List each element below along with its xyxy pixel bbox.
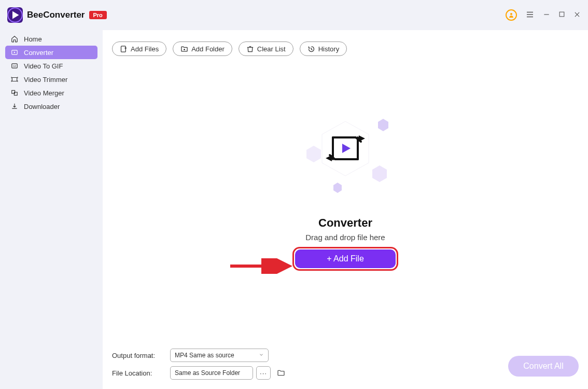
svg-rect-2 xyxy=(559,12,564,17)
app-title: BeeConverter xyxy=(27,10,85,20)
browse-button[interactable]: ··· xyxy=(256,366,271,380)
open-folder-button[interactable] xyxy=(276,368,286,378)
svg-point-1 xyxy=(510,13,512,15)
close-icon[interactable] xyxy=(573,11,581,20)
add-file-button[interactable]: + Add File xyxy=(295,249,396,268)
sidebar-item-video-to-gif[interactable]: GIF Video To GIF xyxy=(5,59,97,73)
main-panel: Add Files Add Folder Clear List History xyxy=(103,30,588,389)
title-bar: BeeConverter Pro xyxy=(0,0,588,30)
convert-all-button[interactable]: Convert All xyxy=(508,356,579,377)
svg-marker-13 xyxy=(378,119,388,131)
app-logo xyxy=(7,7,23,23)
sidebar-item-label: Video To GIF xyxy=(24,62,63,70)
file-location-path: Same as Source Folder xyxy=(170,366,253,380)
svg-rect-6 xyxy=(12,78,17,81)
output-format-value: MP4 Same as source xyxy=(175,352,234,359)
drop-zone-subtext: Drag and drop file here xyxy=(305,233,385,242)
svg-marker-12 xyxy=(333,183,342,193)
sidebar-item-video-trimmer[interactable]: Video Trimmer xyxy=(5,73,97,86)
converter-hero-graphic xyxy=(273,114,418,202)
sidebar-item-label: Home xyxy=(24,35,42,43)
sidebar-item-label: Converter xyxy=(24,49,53,57)
file-location-label: File Location: xyxy=(112,369,162,377)
output-format-label: Output format: xyxy=(112,352,162,359)
downloader-icon xyxy=(10,103,19,110)
sidebar-item-converter[interactable]: Converter xyxy=(5,46,97,59)
svg-text:GIF: GIF xyxy=(13,65,17,67)
sidebar-item-label: Downloader xyxy=(24,103,60,110)
sidebar-item-video-merger[interactable]: Video Merger xyxy=(5,86,97,100)
footer-bar: Output format: MP4 Same as source File L… xyxy=(103,349,588,389)
pro-badge: Pro xyxy=(89,11,107,19)
chevron-down-icon xyxy=(259,352,264,359)
sidebar: Home Converter GIF Video To GIF Video Tr… xyxy=(0,30,103,389)
file-location-value: Same as Source Folder xyxy=(175,369,240,377)
sidebar-item-label: Video Merger xyxy=(24,89,64,97)
menu-icon[interactable] xyxy=(525,10,535,21)
maximize-icon[interactable] xyxy=(558,11,565,19)
trimmer-icon xyxy=(10,76,19,83)
add-file-highlight: + Add File xyxy=(292,247,398,271)
converter-icon xyxy=(10,49,19,56)
minimize-icon[interactable] xyxy=(543,11,550,20)
sidebar-item-label: Video Trimmer xyxy=(24,76,67,84)
output-format-select[interactable]: MP4 Same as source xyxy=(170,349,269,362)
svg-marker-11 xyxy=(372,165,387,182)
home-icon xyxy=(10,35,19,43)
sidebar-item-downloader[interactable]: Downloader xyxy=(5,100,97,113)
svg-marker-10 xyxy=(306,146,321,162)
gif-icon: GIF xyxy=(10,62,19,70)
merger-icon xyxy=(10,89,19,96)
drop-zone[interactable]: Converter Drag and drop file here + Add … xyxy=(103,46,588,338)
drop-zone-heading: Converter xyxy=(318,216,372,230)
sidebar-item-home[interactable]: Home xyxy=(5,32,97,46)
user-icon[interactable] xyxy=(506,9,517,21)
